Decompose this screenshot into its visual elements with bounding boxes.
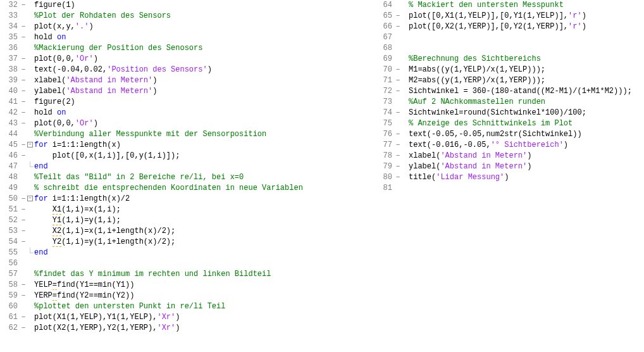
code-text[interactable]: Sichtwinkel=round(Sichtwinkel*100)/100; [409, 108, 644, 118]
line-number: 78 [375, 151, 395, 161]
code-line[interactable]: 53– X2(1,i)=x(1,i+length(x)/2); [0, 226, 375, 237]
code-line[interactable]: 35–hold on [0, 32, 375, 43]
code-text[interactable]: title('Lidar Messung') [409, 172, 644, 183]
code-line[interactable]: 54– Y2(1,i)=y(1,i+length(x)/2); [0, 237, 375, 248]
code-text[interactable]: plot(0,0,'Or') [34, 118, 375, 129]
line-number: 51 [0, 204, 20, 215]
code-line[interactable]: 79–ylabel('Abstand in Metern') [375, 161, 644, 172]
code-line[interactable]: 40–ylabel('Abstand in Metern') [0, 86, 375, 97]
code-text[interactable]: M1=abs((y(1,YELP)/x(1,YELP))); [409, 65, 644, 75]
code-line[interactable]: 78–xlabel('Abstand in Metern') [375, 151, 644, 161]
code-text[interactable]: figure(1) [34, 0, 375, 11]
line-number: 52 [0, 215, 20, 226]
code-line[interactable]: 61–plot(X1(1,YELP),Y1(1,YELP),'Xr') [0, 312, 375, 323]
code-line[interactable]: 71–M2=abs((y(1,YERP)/x(1,YERP))); [375, 75, 644, 86]
code-text[interactable]: %Mackierung der Position des Senosors [34, 43, 375, 54]
code-text[interactable]: ylabel('Abstand in Metern') [34, 86, 375, 97]
code-line[interactable]: 37–plot(0,0,'Or') [0, 54, 375, 65]
code-text[interactable]: text(-0.016,-0.05,'° Sichtbereich') [409, 140, 644, 151]
code-text[interactable]: figure(2) [34, 97, 375, 108]
code-line[interactable]: 43–plot(0,0,'Or') [0, 118, 375, 129]
code-text[interactable]: X2(1,i)=x(1,i+length(x)/2); [34, 226, 375, 237]
code-line[interactable]: 70–M1=abs((y(1,YELP)/x(1,YELP))); [375, 65, 644, 75]
code-line[interactable]: 38–text(-0.04,0.02,'Position des Sensors… [0, 65, 375, 75]
code-line[interactable]: 36%Mackierung der Position des Senosors [0, 43, 375, 54]
code-line[interactable]: 72–Sichtwinkel = 360-(180-atand((M2-M1)/… [375, 86, 644, 97]
code-text[interactable]: ylabel('Abstand in Metern') [409, 161, 644, 172]
code-text[interactable]: hold on [34, 108, 375, 118]
code-text[interactable]: X1(1,i)=x(1,i); [34, 204, 375, 215]
code-line[interactable]: 49% schreibt die entsprechenden Koordina… [0, 183, 375, 194]
code-text[interactable]: text(-0.05,-0.05,num2str(Sichtwinkel)) [409, 129, 644, 140]
code-text[interactable]: plot(X1(1,YELP),Y1(1,YELP),'Xr') [34, 312, 375, 323]
code-line[interactable]: 46– plot([0,x(1,i)],[0,y(1,i)]); [0, 151, 375, 161]
code-line[interactable]: 47end [0, 161, 375, 172]
code-line[interactable]: 52– Y1(1,i)=y(1,i); [0, 215, 375, 226]
code-text[interactable]: end [34, 161, 375, 172]
code-line[interactable]: 32–figure(1) [0, 0, 375, 11]
code-line[interactable]: 51– X1(1,i)=x(1,i); [0, 204, 375, 215]
code-line[interactable]: 66–plot([0,X2(1,YERP)],[0,Y2(1,YERP)],'r… [375, 22, 644, 32]
code-text[interactable]: YERP=find(Y2==min(Y2)) [34, 291, 375, 301]
code-line[interactable]: 64% Mackiert den untersten Messpunkt [375, 0, 644, 11]
code-line[interactable]: 77–text(-0.016,-0.05,'° Sichtbereich') [375, 140, 644, 151]
code-line[interactable]: 75% Anzeige des Schnittwinkels im Plot [375, 118, 644, 129]
code-line[interactable]: 50––for i=1:1:length(x)/2 [0, 194, 375, 204]
code-text[interactable]: Y2(1,i)=y(1,i+length(x)/2); [34, 237, 375, 248]
code-text[interactable]: %Berechnung des Sichtbereichs [409, 54, 644, 65]
code-line[interactable]: 65–plot([0,X1(1,YELP)],[0,Y1(1,YELP)],'r… [375, 11, 644, 22]
code-text[interactable]: % Mackiert den untersten Messpunkt [409, 0, 644, 11]
code-text[interactable]: xlabel('Abstand in Metern') [409, 151, 644, 161]
code-text[interactable]: plot([0,X2(1,YERP)],[0,Y2(1,YERP)],'r') [409, 22, 644, 32]
code-line[interactable]: 81 [375, 183, 644, 194]
code-line[interactable]: 68 [375, 43, 644, 54]
code-line[interactable]: 59–YERP=find(Y2==min(Y2)) [0, 291, 375, 301]
code-line[interactable]: 33%Plot der Rohdaten des Sensors [0, 11, 375, 22]
code-text[interactable]: for i=1:1:length(x) [34, 140, 375, 151]
code-text[interactable]: xlabel('Abstand in Metern') [34, 75, 375, 86]
code-text[interactable]: M2=abs((y(1,YERP)/x(1,YERP))); [409, 75, 644, 86]
code-line[interactable]: 73%Auf 2 NAchkommastellen runden [375, 97, 644, 108]
code-line[interactable]: 74–Sichtwinkel=round(Sichtwinkel*100)/10… [375, 108, 644, 118]
code-text[interactable]: plot(0,0,'Or') [34, 54, 375, 65]
code-line[interactable]: 80–title('Lidar Messung') [375, 172, 644, 183]
code-line[interactable]: 62–plot(X2(1,YERP),Y2(1,YERP),'Xr') [0, 323, 375, 334]
code-text[interactable]: hold on [34, 32, 375, 43]
code-text[interactable]: %Plot der Rohdaten des Sensors [34, 11, 375, 22]
code-text[interactable]: for i=1:1:length(x)/2 [34, 194, 375, 204]
code-line[interactable]: 44%Verbindung aller Messpunkte mit der S… [0, 129, 375, 140]
code-text[interactable]: Y1(1,i)=y(1,i); [34, 215, 375, 226]
code-text[interactable]: %Auf 2 NAchkommastellen runden [409, 97, 644, 108]
code-line[interactable]: 58–YELP=find(Y1==min(Y1)) [0, 280, 375, 291]
code-text[interactable]: YELP=find(Y1==min(Y1)) [34, 280, 375, 291]
code-text[interactable]: %Teilt das "Bild" in 2 Bereiche re/li, b… [34, 172, 375, 183]
fold-toggle-icon[interactable]: – [27, 142, 33, 148]
code-text[interactable]: %findet das Y minimum im rechten und lin… [34, 269, 375, 280]
code-line[interactable]: 48%Teilt das "Bild" in 2 Bereiche re/li,… [0, 172, 375, 183]
code-line[interactable]: 41–figure(2) [0, 97, 375, 108]
code-line[interactable]: 39–xlabel('Abstand in Metern') [0, 75, 375, 86]
code-text[interactable]: Sichtwinkel = 360-(180-atand((M2-M1)/(1+… [409, 86, 644, 97]
fold-toggle-icon[interactable]: – [27, 196, 33, 201]
code-line[interactable]: 34–plot(x,y,'.') [0, 22, 375, 32]
code-line[interactable]: 69%Berechnung des Sichtbereichs [375, 54, 644, 65]
code-text[interactable]: % Anzeige des Schnittwinkels im Plot [409, 118, 644, 129]
code-line[interactable]: 67 [375, 32, 644, 43]
code-line[interactable]: 42–hold on [0, 108, 375, 118]
code-text[interactable]: plot([0,X1(1,YELP)],[0,Y1(1,YELP)],'r') [409, 11, 644, 22]
code-text[interactable]: %Verbindung aller Messpunkte mit der Sen… [34, 129, 375, 140]
code-text[interactable]: plot(x,y,'.') [34, 22, 375, 32]
code-line[interactable]: 55end [0, 248, 375, 258]
code-line[interactable]: 45––for i=1:1:length(x) [0, 140, 375, 151]
code-text[interactable]: end [34, 248, 375, 258]
line-number: 73 [375, 97, 395, 108]
code-text[interactable]: plot(X2(1,YERP),Y2(1,YERP),'Xr') [34, 323, 375, 334]
code-line[interactable]: 56 [0, 258, 375, 269]
code-text[interactable]: text(-0.04,0.02,'Position des Sensors') [34, 65, 375, 75]
code-text[interactable]: %plottet den untersten Punkt in re/li Te… [34, 301, 375, 312]
code-line[interactable]: 57%findet das Y minimum im rechten und l… [0, 269, 375, 280]
code-text[interactable]: plot([0,x(1,i)],[0,y(1,i)]); [34, 151, 375, 161]
code-text[interactable]: % schreibt die entsprechenden Koordinate… [34, 183, 375, 194]
code-line[interactable]: 76–text(-0.05,-0.05,num2str(Sichtwinkel)… [375, 129, 644, 140]
code-line[interactable]: 60%plottet den untersten Punkt in re/li … [0, 301, 375, 312]
